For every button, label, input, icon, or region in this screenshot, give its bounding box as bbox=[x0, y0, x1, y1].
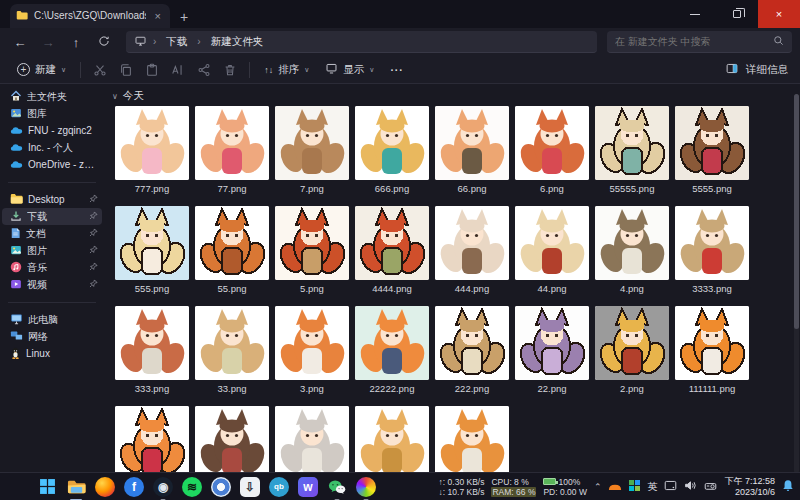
sidebar-item-文档[interactable]: 文档 bbox=[2, 225, 102, 242]
share-button[interactable] bbox=[192, 59, 216, 81]
file-thumbnail[interactable] bbox=[355, 306, 429, 380]
file-thumbnail[interactable] bbox=[355, 106, 429, 180]
spotify-app[interactable]: ≋ bbox=[181, 476, 203, 498]
file-item-4444.png[interactable]: 4444.png bbox=[352, 206, 432, 306]
more-button[interactable]: ··· bbox=[383, 60, 411, 80]
sidebar-item-Linux[interactable]: Linux bbox=[2, 345, 102, 362]
pen-display-icon[interactable] bbox=[664, 480, 677, 493]
firefox-app[interactable] bbox=[94, 476, 116, 498]
file-thumbnail[interactable] bbox=[195, 406, 269, 480]
delete-button[interactable] bbox=[218, 59, 242, 81]
file-item-66.png[interactable]: 66.png bbox=[432, 106, 512, 206]
file-item-2.png[interactable]: 2.png bbox=[592, 306, 672, 406]
file-item-222.png[interactable]: 222.png bbox=[432, 306, 512, 406]
files-blue-app[interactable]: f bbox=[123, 476, 145, 498]
network-speed-monitor[interactable]: ↑: 0.30 KB/s ↓: 10.7 KB/s bbox=[439, 477, 485, 497]
sidebar-item-Inc. - 个人[interactable]: Inc. - 个人 bbox=[2, 139, 102, 156]
sidebar-item-此电脑[interactable]: 此电脑 bbox=[2, 311, 102, 328]
file-thumbnail[interactable] bbox=[275, 106, 349, 180]
sidebar-item-音乐[interactable]: 音乐 bbox=[2, 259, 102, 276]
explorer-tab[interactable]: C:\Users\ZGQ\Downloads\新建 × bbox=[10, 4, 170, 28]
file-thumbnail[interactable] bbox=[355, 206, 429, 280]
file-thumbnail[interactable] bbox=[675, 306, 749, 380]
view-button[interactable]: 显示 ∨ bbox=[318, 58, 381, 81]
sort-button[interactable]: ↑↓ 排序 ∨ bbox=[257, 59, 316, 81]
sidebar-item-OneDrive - zgqinc[interactable]: OneDrive - zgqinc bbox=[2, 156, 102, 173]
forward-button[interactable]: → bbox=[36, 35, 60, 50]
file-item-3333.png[interactable]: 3333.png bbox=[672, 206, 752, 306]
file-thumbnail[interactable] bbox=[355, 406, 429, 480]
file-item-444.png[interactable]: 444.png bbox=[432, 206, 512, 306]
notification-bell-icon[interactable] bbox=[782, 479, 794, 494]
file-item-333.png[interactable]: 333.png bbox=[112, 306, 192, 406]
file-thumbnail[interactable] bbox=[435, 106, 509, 180]
minimize-button[interactable] bbox=[674, 0, 716, 28]
file-item-22.png[interactable]: 22.png bbox=[512, 306, 592, 406]
refresh-button[interactable] bbox=[92, 35, 116, 50]
file-thumbnail[interactable] bbox=[195, 106, 269, 180]
cut-button[interactable] bbox=[88, 59, 112, 81]
tab-close-icon[interactable]: × bbox=[152, 10, 164, 22]
new-button[interactable]: + 新建 ∨ bbox=[10, 59, 73, 81]
qbittorrent-app[interactable]: qb bbox=[268, 476, 290, 498]
file-item-5555.png[interactable]: 5555.png bbox=[672, 106, 752, 206]
sidebar-item-FNU - zgqinc2[interactable]: FNU - zgqinc2 bbox=[2, 122, 102, 139]
address-bar[interactable]: › 下载 › 新建文件夹 bbox=[126, 31, 597, 53]
file-item-666.png[interactable]: 666.png bbox=[352, 106, 432, 206]
file-item-111111.png[interactable]: 111111.png bbox=[672, 306, 752, 406]
sidebar-item-视频[interactable]: 视频 bbox=[2, 276, 102, 293]
rename-button[interactable] bbox=[166, 59, 190, 81]
watt-toolkit-app[interactable]: w bbox=[297, 476, 319, 498]
file-thumbnail[interactable] bbox=[435, 406, 509, 480]
file-thumbnail[interactable] bbox=[275, 206, 349, 280]
sidebar-item-图片[interactable]: 图片 bbox=[2, 242, 102, 259]
file-thumbnail[interactable] bbox=[595, 106, 669, 180]
downloader-app[interactable]: ⇩ bbox=[239, 476, 261, 498]
file-item-44.png[interactable]: 44.png bbox=[512, 206, 592, 306]
ring-browser-app[interactable] bbox=[210, 476, 232, 498]
steam-app[interactable]: ◉ bbox=[152, 476, 174, 498]
breadcrumb-new-folder[interactable]: 新建文件夹 bbox=[207, 34, 268, 50]
file-item-33.png[interactable]: 33.png bbox=[192, 306, 272, 406]
file-item-55555.png[interactable]: 55555.png bbox=[592, 106, 672, 206]
battery-power-monitor[interactable]: 100% PD: 0.00 W bbox=[543, 477, 586, 497]
file-thumbnail[interactable] bbox=[675, 106, 749, 180]
file-thumbnail[interactable] bbox=[675, 206, 749, 280]
details-pane-button[interactable]: 详细信息 bbox=[744, 59, 790, 81]
file-thumbnail[interactable] bbox=[515, 306, 589, 380]
file-item-555.png[interactable]: 555.png bbox=[112, 206, 192, 306]
file-thumbnail[interactable] bbox=[595, 206, 669, 280]
file-thumbnail[interactable] bbox=[515, 206, 589, 280]
file-item-4.png[interactable]: 4.png bbox=[592, 206, 672, 306]
file-item-55.png[interactable]: 55.png bbox=[192, 206, 272, 306]
search-input[interactable] bbox=[615, 36, 773, 47]
file-item-6.png[interactable]: 6.png bbox=[512, 106, 592, 206]
breadcrumb-downloads[interactable]: 下载 bbox=[162, 34, 191, 50]
vertical-scrollbar[interactable] bbox=[794, 94, 799, 473]
close-button[interactable]: × bbox=[758, 0, 800, 28]
file-thumbnail[interactable] bbox=[595, 306, 669, 380]
sidebar-item-图库[interactable]: 图库 bbox=[2, 105, 102, 122]
file-explorer-app[interactable] bbox=[65, 476, 87, 498]
file-item-7.png[interactable]: 7.png bbox=[272, 106, 352, 206]
new-tab-button[interactable]: + bbox=[180, 9, 188, 25]
file-item-22222.png[interactable]: 22222.png bbox=[352, 306, 432, 406]
file-thumbnail[interactable] bbox=[275, 306, 349, 380]
file-thumbnail[interactable] bbox=[435, 206, 509, 280]
copy-button[interactable] bbox=[114, 59, 138, 81]
file-thumbnail[interactable] bbox=[275, 406, 349, 480]
back-button[interactable]: ← bbox=[8, 35, 32, 50]
input-language-indicator[interactable]: 英 bbox=[647, 480, 657, 494]
search-box[interactable] bbox=[607, 31, 792, 53]
sidebar-item-网络[interactable]: 网络 bbox=[2, 328, 102, 345]
file-thumbnail[interactable] bbox=[115, 306, 189, 380]
paste-button[interactable] bbox=[140, 59, 164, 81]
security-pinwheel-icon[interactable] bbox=[629, 480, 640, 493]
warp-cloud-icon[interactable] bbox=[608, 481, 622, 493]
start-button[interactable] bbox=[36, 476, 58, 498]
hidden-icons-chevron[interactable]: ⌃ bbox=[594, 482, 602, 492]
wechat-app[interactable] bbox=[326, 476, 348, 498]
file-thumbnail[interactable] bbox=[115, 206, 189, 280]
file-thumbnail[interactable] bbox=[515, 106, 589, 180]
sidebar-item-下载[interactable]: 下载 bbox=[2, 208, 102, 225]
